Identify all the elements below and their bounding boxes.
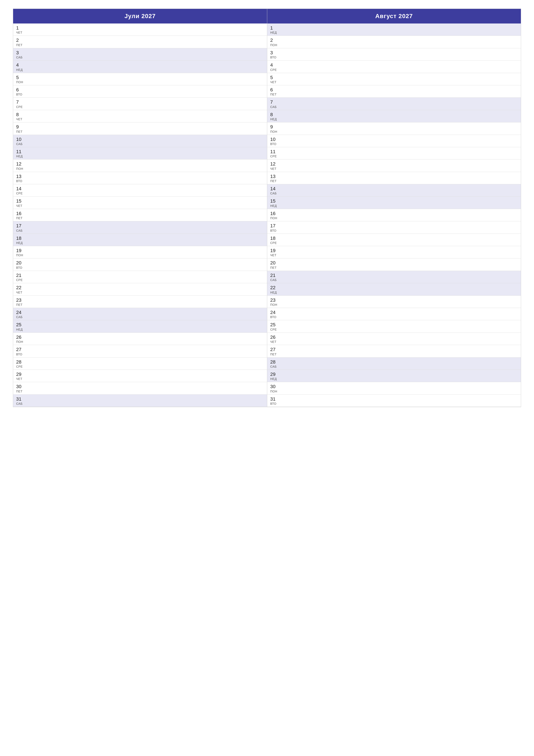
day-name: СРЕ bbox=[270, 154, 518, 158]
day-cell-jul-13: 13ВТО bbox=[13, 172, 267, 184]
day-number: 2 bbox=[270, 38, 518, 43]
day-cell-jul-22: 22ЧЕТ bbox=[13, 283, 267, 295]
day-number: 26 bbox=[270, 335, 518, 340]
day-cell-aug-14: 14САБ bbox=[267, 184, 521, 197]
day-cell-aug-18: 18СРЕ bbox=[267, 234, 521, 246]
day-number: 2 bbox=[16, 38, 264, 43]
day-name: ПЕТ bbox=[16, 303, 264, 307]
day-number: 13 bbox=[16, 174, 264, 179]
day-cell-aug-2: 2ПОН bbox=[267, 36, 521, 48]
day-name: НЕД bbox=[270, 291, 518, 294]
day-name: САБ bbox=[16, 56, 264, 59]
day-number: 31 bbox=[16, 396, 264, 402]
day-name: ЧЕТ bbox=[270, 254, 518, 257]
day-number: 20 bbox=[270, 260, 518, 266]
day-number: 23 bbox=[270, 297, 518, 303]
day-cell-aug-10: 10ВТО bbox=[267, 135, 521, 147]
day-name: НЕД bbox=[270, 31, 518, 34]
day-name: ЧЕТ bbox=[16, 31, 264, 34]
day-name: САБ bbox=[16, 402, 264, 405]
day-number: 28 bbox=[16, 359, 264, 365]
day-cell-jul-20: 20ВТО bbox=[13, 258, 267, 271]
day-number: 26 bbox=[16, 335, 264, 340]
day-name: НЕД bbox=[16, 68, 264, 71]
day-cell-aug-27: 27ПЕТ bbox=[267, 345, 521, 357]
day-cell-aug-12: 12ЧЕТ bbox=[267, 159, 521, 172]
day-number: 12 bbox=[270, 161, 518, 167]
day-number: 7 bbox=[16, 99, 264, 105]
day-name: ЧЕТ bbox=[270, 340, 518, 343]
day-cell-jul-19: 19ПОН bbox=[13, 246, 267, 258]
day-name: ЧЕТ bbox=[16, 204, 264, 207]
day-cell-aug-3: 3ВТО bbox=[267, 48, 521, 61]
day-name: ВТО bbox=[270, 142, 518, 146]
day-name: СРЕ bbox=[16, 105, 264, 109]
day-name: СРЕ bbox=[270, 241, 518, 245]
day-number: 25 bbox=[270, 322, 518, 328]
day-number: 17 bbox=[16, 223, 264, 229]
day-cell-aug-1: 1НЕД bbox=[267, 23, 521, 36]
day-name: СРЕ bbox=[16, 365, 264, 368]
day-number: 11 bbox=[270, 149, 518, 154]
day-cell-aug-26: 26ЧЕТ bbox=[267, 333, 521, 345]
day-cell-jul-2: 2ПЕТ bbox=[13, 36, 267, 48]
day-name: НЕД bbox=[270, 118, 518, 121]
day-cell-aug-21: 21САБ bbox=[267, 271, 521, 283]
day-number: 15 bbox=[270, 198, 518, 204]
day-name: ПОН bbox=[270, 130, 518, 133]
day-cell-jul-31: 31САБ bbox=[13, 394, 267, 407]
day-cell-aug-17: 17ВТО bbox=[267, 221, 521, 233]
day-cell-jul-4: 4НЕД bbox=[13, 61, 267, 73]
day-name: САБ bbox=[16, 142, 264, 146]
day-name: САБ bbox=[16, 229, 264, 232]
day-cell-aug-31: 31ВТО bbox=[267, 394, 521, 407]
day-number: 3 bbox=[16, 50, 264, 56]
day-cell-jul-12: 12ПОН bbox=[13, 159, 267, 172]
day-cell-aug-11: 11СРЕ bbox=[267, 147, 521, 159]
day-cell-jul-17: 17САБ bbox=[13, 221, 267, 233]
day-cell-aug-9: 9ПОН bbox=[267, 122, 521, 135]
day-name: ПОН bbox=[16, 167, 264, 171]
day-number: 24 bbox=[16, 310, 264, 315]
day-number: 31 bbox=[270, 396, 518, 402]
day-cell-aug-13: 13ПЕТ bbox=[267, 172, 521, 184]
day-name: САБ bbox=[16, 315, 264, 319]
day-number: 22 bbox=[16, 285, 264, 290]
day-name: ЧЕТ bbox=[270, 167, 518, 171]
day-name: ВТО bbox=[270, 56, 518, 59]
day-number: 25 bbox=[16, 322, 264, 328]
day-number: 4 bbox=[270, 62, 518, 68]
day-number: 11 bbox=[16, 149, 264, 154]
day-cell-aug-25: 25СРЕ bbox=[267, 320, 521, 333]
day-cell-jul-26: 26ПОН bbox=[13, 333, 267, 345]
day-cell-jul-3: 3САБ bbox=[13, 48, 267, 61]
day-number: 27 bbox=[270, 347, 518, 352]
day-number: 30 bbox=[270, 384, 518, 390]
day-number: 18 bbox=[270, 235, 518, 241]
day-name: САБ bbox=[270, 278, 518, 282]
day-number: 28 bbox=[270, 359, 518, 365]
day-number: 4 bbox=[16, 62, 264, 68]
day-number: 12 bbox=[16, 161, 264, 167]
day-cell-aug-6: 6ПЕТ bbox=[267, 85, 521, 97]
day-number: 10 bbox=[16, 137, 264, 142]
day-cell-jul-5: 5ПОН bbox=[13, 73, 267, 85]
day-name: ПОН bbox=[16, 254, 264, 257]
day-number: 16 bbox=[16, 211, 264, 216]
day-number: 21 bbox=[16, 273, 264, 278]
day-number: 19 bbox=[270, 248, 518, 254]
day-name: ПОН bbox=[16, 80, 264, 84]
day-number: 5 bbox=[16, 75, 264, 80]
day-name: САБ bbox=[270, 365, 518, 368]
day-cell-jul-25: 25НЕД bbox=[13, 320, 267, 333]
day-name: СРЕ bbox=[270, 328, 518, 331]
day-number: 16 bbox=[270, 211, 518, 216]
day-number: 13 bbox=[270, 174, 518, 179]
day-number: 29 bbox=[16, 371, 264, 377]
day-number: 30 bbox=[16, 384, 264, 390]
day-cell-aug-16: 16ПОН bbox=[267, 209, 521, 221]
day-name: ПЕТ bbox=[270, 353, 518, 356]
day-cell-aug-30: 30ПОН bbox=[267, 382, 521, 394]
day-name: СРЕ bbox=[270, 68, 518, 71]
day-cell-aug-19: 19ЧЕТ bbox=[267, 246, 521, 258]
